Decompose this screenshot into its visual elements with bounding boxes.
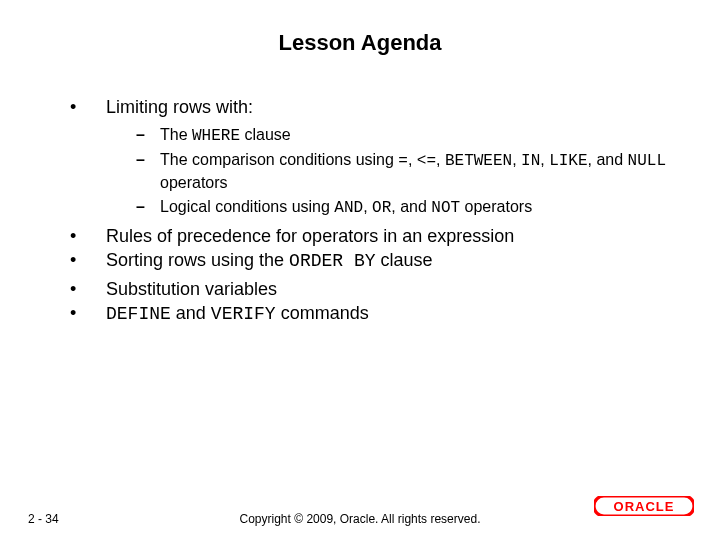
bullet-marker: •: [70, 225, 106, 247]
sub-bullet-marker: –: [136, 124, 160, 146]
code-fragment: LIKE: [549, 152, 587, 170]
code-fragment: IN: [521, 152, 540, 170]
sub-bullet-marker: –: [136, 196, 160, 218]
code-fragment: AND: [334, 199, 363, 217]
bullet-text: Limiting rows with:: [106, 96, 253, 118]
text-fragment: clause: [376, 250, 433, 270]
bullet-item: • Rules of precedence for operators in a…: [70, 225, 670, 247]
slide-body: • Limiting rows with: – The WHERE clause…: [40, 96, 680, 325]
logo-text: ORACLE: [614, 499, 675, 514]
code-fragment: =: [398, 152, 408, 170]
sub-bullet-text: Logical conditions using AND, OR, and NO…: [160, 196, 532, 219]
code-fragment: ORDER BY: [289, 251, 375, 271]
text-fragment: ,: [512, 151, 521, 168]
text-fragment: Logical conditions using: [160, 198, 334, 215]
text-fragment: clause: [240, 126, 291, 143]
sub-bullet-item: – The comparison conditions using =, <=,…: [136, 149, 670, 194]
bullet-marker: •: [70, 249, 106, 271]
text-fragment: ,: [540, 151, 549, 168]
code-fragment: OR: [372, 199, 391, 217]
text-fragment: commands: [276, 303, 369, 323]
sub-bullet-item: – The WHERE clause: [136, 124, 670, 147]
text-fragment: ,: [408, 151, 417, 168]
bullet-item: • DEFINE and VERIFY commands: [70, 302, 670, 325]
sub-bullet-text: The comparison conditions using =, <=, B…: [160, 149, 670, 194]
text-fragment: , and: [588, 151, 628, 168]
bullet-item: • Sorting rows using the ORDER BY clause: [70, 249, 670, 272]
text-fragment: ,: [436, 151, 445, 168]
bullet-text: DEFINE and VERIFY commands: [106, 302, 369, 325]
text-fragment: and: [171, 303, 211, 323]
text-fragment: The: [160, 126, 192, 143]
bullet-text: Sorting rows using the ORDER BY clause: [106, 249, 433, 272]
bullet-marker: •: [70, 302, 106, 324]
sub-bullet-list: – The WHERE clause – The comparison cond…: [70, 124, 670, 219]
text-fragment: The comparison conditions using: [160, 151, 398, 168]
code-fragment: BETWEEN: [445, 152, 512, 170]
text-fragment: operators: [160, 174, 228, 191]
code-fragment: VERIFY: [211, 304, 276, 324]
code-fragment: NULL: [628, 152, 666, 170]
slide-container: Lesson Agenda • Limiting rows with: – Th…: [0, 0, 720, 540]
oracle-logo: ORACLE: [594, 496, 694, 520]
sub-bullet-text: The WHERE clause: [160, 124, 291, 147]
code-fragment: WHERE: [192, 127, 240, 145]
bullet-marker: •: [70, 278, 106, 300]
sub-bullet-marker: –: [136, 149, 160, 171]
text-fragment: , and: [391, 198, 431, 215]
bullet-text: Substitution variables: [106, 278, 277, 300]
slide-title: Lesson Agenda: [40, 30, 680, 56]
sub-bullet-item: – Logical conditions using AND, OR, and …: [136, 196, 670, 219]
text-fragment: ,: [363, 198, 372, 215]
code-fragment: <=: [417, 152, 436, 170]
bullet-item: • Substitution variables: [70, 278, 670, 300]
code-fragment: NOT: [431, 199, 460, 217]
text-fragment: operators: [460, 198, 532, 215]
bullet-marker: •: [70, 96, 106, 118]
text-fragment: Sorting rows using the: [106, 250, 289, 270]
oracle-logo-icon: ORACLE: [594, 496, 694, 516]
bullet-item: • Limiting rows with:: [70, 96, 670, 118]
code-fragment: DEFINE: [106, 304, 171, 324]
bullet-text: Rules of precedence for operators in an …: [106, 225, 514, 247]
